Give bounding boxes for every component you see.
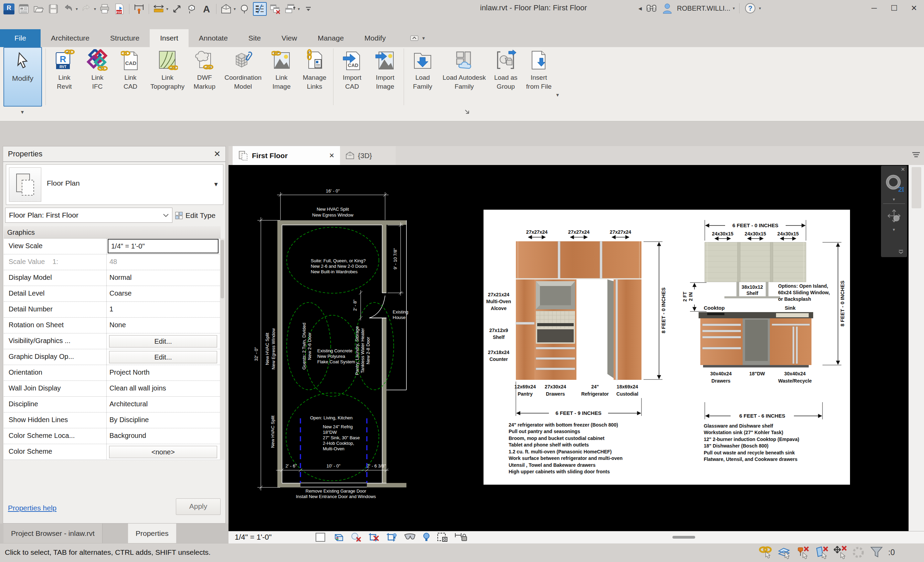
type-selector[interactable]: Floor Plan ▼ [6,164,224,205]
property-row-discipline[interactable]: DisciplineArchitectural [4,397,220,413]
help-icon[interactable]: ? [744,2,756,15]
thin-lines-icon[interactable] [253,2,267,16]
aligned-dimension-icon[interactable] [133,3,145,15]
color-scheme-button[interactable]: <none> [109,446,217,458]
scale-arrows-icon[interactable] [171,3,183,15]
link-image-button[interactable]: Link Image [265,47,298,106]
import-cad-button[interactable]: CAD Import CAD [336,47,369,106]
load-as-group-button[interactable]: Load as Group [489,47,522,106]
back-chevron-icon[interactable]: ◂ [638,4,642,12]
user-avatar-icon[interactable] [661,2,674,15]
tab-modify[interactable]: Modify [354,29,396,47]
load-family-button[interactable]: Load Family [406,47,439,106]
view-tab-close-icon[interactable]: ✕ [329,152,334,160]
tab-manage[interactable]: Manage [307,29,354,47]
select-by-face-icon[interactable] [814,546,828,559]
pan-dropdown-icon[interactable]: ▼ [892,227,896,232]
filter-icon[interactable] [870,546,884,559]
visibility-edit-button[interactable]: Edit... [109,335,217,348]
properties-scrollbar[interactable] [220,239,225,460]
navbar-close-icon[interactable]: ✕ [901,166,905,173]
show-crop-region-icon[interactable] [386,532,398,543]
edit-type-button[interactable]: Edit Type [175,208,225,223]
property-row-visibility-graphics[interactable]: Visibility/Graphics ...Edit... [4,333,220,349]
view-scale-control[interactable]: 1/4" = 1'-0" [235,533,272,542]
drawing-canvas[interactable]: 16' - 0" New HVAC Split New Egress Windo… [228,165,909,531]
ribbon-state-dropdown-icon[interactable]: ▾ [422,35,425,41]
navbar-collapse-icon[interactable] [897,249,904,255]
property-row-orientation[interactable]: OrientationProject North [4,365,220,381]
load-autodesk-family-button[interactable]: Load Autodesk Family [439,47,489,106]
undo-dropdown-icon[interactable]: ▾ [76,6,78,11]
tab-view[interactable]: View [271,29,307,47]
switch-windows-icon[interactable] [284,3,296,15]
user-name[interactable]: ROBERT.WILLI... [677,4,730,12]
tab-file[interactable]: File [0,29,40,47]
import-panel-launcher-icon[interactable] [464,109,471,115]
tab-architecture[interactable]: Architecture [40,29,100,47]
default-3d-view-icon[interactable] [220,3,232,15]
reveal-constraints-icon[interactable] [454,532,467,543]
crop-view-off-icon[interactable] [368,532,380,543]
steering-wheel-2d-icon[interactable]: 2D [884,174,904,193]
sun-path-off-icon[interactable] [350,532,362,543]
open-icon[interactable] [32,3,45,15]
select-pinned-icon[interactable] [796,546,810,559]
modify-button[interactable]: Modify [3,47,42,106]
minimize-button[interactable]: ─ [864,0,884,16]
property-row-color-scheme[interactable]: Color Scheme<none> [4,444,220,460]
drag-on-selection-icon[interactable] [833,546,847,559]
tag-icon[interactable]: 1 [186,3,198,15]
default-3d-dropdown-icon[interactable]: ▾ [234,6,236,11]
tab-properties[interactable]: Properties [128,523,176,543]
redo-icon[interactable] [80,3,93,15]
link-revit-button[interactable]: RRVT Link Revit [48,47,81,106]
insert-from-file-dropdown-icon[interactable]: ▼ [555,47,560,106]
text-icon[interactable]: A [200,3,213,15]
property-row-color-scheme-location[interactable]: Color Scheme Loca...Background [4,428,220,444]
horizontal-scrollbar-thumb[interactable] [672,536,695,539]
pan-zoom-icon[interactable] [886,208,902,224]
import-image-button[interactable]: Import Image [369,47,402,106]
search-icon[interactable] [645,2,658,15]
select-underlay-icon[interactable] [777,546,791,559]
print-icon[interactable] [98,3,111,15]
properties-close-icon[interactable]: ✕ [214,149,220,159]
link-cad-button[interactable]: CAD Link CAD [114,47,147,106]
property-row-hidden-lines[interactable]: Show Hidden LinesBy Discipline [4,413,220,428]
navigation-bar[interactable]: ✕ 2D ▼ ▼ [881,166,907,257]
switch-windows-dropdown-icon[interactable]: ▾ [298,6,300,11]
properties-palette-icon[interactable] [18,3,30,15]
close-inactive-windows-icon[interactable] [269,3,282,15]
property-row-detail-level[interactable]: Detail LevelCoarse [4,286,220,302]
property-row-view-scale[interactable]: View Scale1/4" = 1'-0" [4,239,220,254]
user-dropdown-icon[interactable]: ▾ [733,6,735,10]
dwf-markup-button[interactable]: DWF Markup [188,47,221,106]
instance-selector[interactable]: Floor Plan: First Floor [5,208,172,223]
maximize-button[interactable]: ☐ [884,0,904,16]
section-icon[interactable] [238,3,250,15]
tab-site[interactable]: Site [238,29,271,47]
view-tab-list-icon[interactable] [912,152,921,159]
ribbon-state-icon[interactable] [410,34,420,42]
view-scale-value[interactable]: 1/4" = 1'-0" [108,239,219,253]
graphic-display-edit-button[interactable]: Edit... [109,351,217,363]
property-row-wall-join[interactable]: Wall Join DisplayClean all wall joins [4,381,220,397]
view-tab-first-floor[interactable]: First Floor ✕ [232,146,340,165]
undo-icon[interactable] [62,3,74,15]
measure-dropdown-icon[interactable]: ▾ [166,6,168,11]
visual-style-icon[interactable] [315,532,326,543]
reveal-hidden-elements-icon[interactable] [422,532,431,543]
save-icon[interactable] [47,3,60,15]
help-dropdown-icon[interactable]: ▾ [759,6,761,10]
temporary-hide-isolate-icon[interactable] [404,532,416,543]
property-row-graphic-display[interactable]: Graphic Display Op...Edit... [4,349,220,365]
select-panel-dropdown-icon[interactable]: ▼ [20,109,25,115]
vertical-scrollbar[interactable] [909,165,924,531]
tab-structure[interactable]: Structure [100,29,150,47]
redo-dropdown-icon[interactable]: ▾ [94,6,96,11]
coordination-model-button[interactable]: Coordination Model [221,47,265,106]
view-tab-3d[interactable]: {3D} [340,146,396,165]
customize-qat-icon[interactable] [302,3,315,15]
temporary-view-properties-icon[interactable] [436,532,449,543]
